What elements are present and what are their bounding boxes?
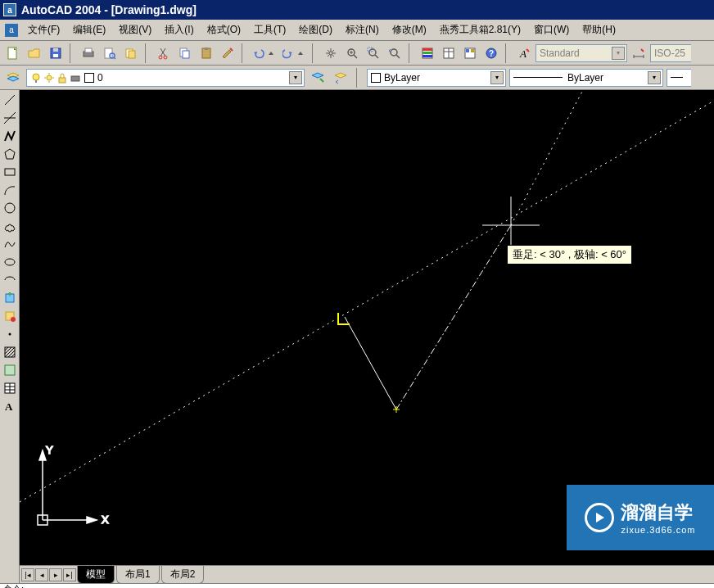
tab-prev-icon[interactable]: ◂ (35, 568, 48, 581)
tab-first-icon[interactable]: |◂ (21, 568, 34, 581)
chevron-down-icon: ▾ (612, 47, 625, 60)
svg-rect-69 (5, 365, 15, 375)
main-area: A (0, 90, 714, 583)
svg-point-62 (8, 333, 11, 336)
print-preview-icon[interactable] (100, 43, 120, 63)
menu-modify[interactable]: 修改(M) (386, 20, 433, 40)
svg-point-57 (5, 203, 15, 213)
table-icon[interactable] (2, 380, 18, 396)
tab-model[interactable]: 模型 (77, 566, 115, 584)
line-icon[interactable] (2, 92, 18, 108)
menu-tools[interactable]: 工具(T) (247, 20, 292, 40)
menu-yanxiu[interactable]: 燕秀工具箱2.81(Y) (433, 20, 527, 40)
tool-palettes-icon[interactable] (460, 43, 480, 63)
rectangle-icon[interactable] (2, 164, 18, 180)
menu-window[interactable]: 窗口(W) (527, 20, 576, 40)
redo-icon[interactable] (280, 43, 308, 63)
lineweight-control-dropdown[interactable] (667, 69, 691, 87)
point-icon[interactable] (2, 326, 18, 342)
undo-icon[interactable] (251, 43, 278, 63)
sun-freeze-icon (43, 72, 55, 84)
svg-line-52 (5, 95, 15, 105)
polyline-icon[interactable] (2, 128, 18, 144)
linetype-control-dropdown[interactable]: ByLayer ▾ (509, 69, 663, 87)
mtext-icon[interactable]: A (2, 398, 18, 414)
textstyle-dropdown[interactable]: Standard ▾ (536, 44, 627, 62)
revcloud-icon[interactable] (2, 218, 18, 234)
drawing-area-wrap: 垂足: < 30° , 极轴: < 60° Y X (20, 90, 714, 583)
window-title: AutoCAD 2004 - [Drawing1.dwg] (21, 3, 197, 16)
dimstyle-value: ISO-25 (654, 47, 685, 59)
new-icon[interactable] (3, 43, 23, 63)
ellipse-arc-icon[interactable] (2, 272, 18, 288)
menu-insert[interactable]: 插入(I) (158, 20, 200, 40)
svg-marker-90 (596, 513, 604, 522)
hatch-icon[interactable] (2, 344, 18, 360)
match-properties-icon[interactable] (218, 43, 237, 63)
linetype-preview (513, 77, 563, 78)
spline-icon[interactable] (2, 236, 18, 252)
menu-file[interactable]: 文件(F) (21, 20, 66, 40)
separator (409, 43, 413, 63)
svg-line-67 (8, 351, 15, 357)
color-control-dropdown[interactable]: ByLayer ▾ (367, 69, 506, 87)
layer-manager-icon[interactable] (3, 68, 23, 88)
svg-line-26 (396, 55, 400, 58)
properties-icon[interactable] (418, 43, 437, 63)
tab-layout1[interactable]: 布局1 (116, 566, 160, 584)
menu-edit[interactable]: 编辑(E) (66, 20, 112, 40)
help-icon[interactable]: ? (481, 43, 501, 63)
polygon-icon[interactable] (2, 146, 18, 162)
arc-icon[interactable] (2, 182, 18, 198)
menu-format[interactable]: 格式(O) (201, 20, 247, 40)
designcenter-icon[interactable] (439, 43, 459, 63)
publish-icon[interactable] (121, 43, 141, 63)
svg-rect-28 (423, 48, 432, 51)
textstyle-icon[interactable]: A (514, 43, 534, 63)
snap-tooltip: 垂足: < 30° , 极轴: < 60° (507, 245, 632, 265)
region-icon[interactable] (2, 362, 18, 378)
menu-draw[interactable]: 绘图(D) (292, 20, 339, 40)
tab-layout2[interactable]: 布局2 (161, 566, 205, 584)
menu-dimension[interactable]: 标注(N) (339, 20, 386, 40)
zoom-window-icon[interactable] (364, 43, 383, 63)
zoom-previous-icon[interactable] (385, 43, 404, 63)
drawing-canvas[interactable]: 垂足: < 30° , 极轴: < 60° Y X (20, 90, 714, 565)
pan-icon[interactable] (321, 43, 341, 63)
document-icon[interactable]: a (5, 24, 18, 37)
copy-icon[interactable] (175, 43, 195, 63)
layer-previous-icon[interactable] (331, 68, 350, 88)
make-block-icon[interactable] (2, 308, 18, 324)
paste-icon[interactable] (197, 43, 216, 63)
svg-point-61 (11, 317, 16, 322)
svg-rect-16 (205, 47, 208, 50)
svg-line-76 (511, 90, 583, 225)
tab-next-icon[interactable]: ▸ (49, 568, 62, 581)
cut-icon[interactable] (154, 43, 174, 63)
watermark-banner: 溜溜自学 zixue.3d66.com (567, 485, 714, 550)
menu-help[interactable]: 帮助(H) (576, 20, 622, 40)
command-line[interactable]: 命令: (0, 583, 714, 588)
svg-rect-2 (53, 54, 58, 57)
svg-rect-50 (59, 78, 66, 83)
svg-text:A: A (5, 400, 13, 413)
dimstyle-dropdown[interactable]: ISO-25 (650, 44, 691, 62)
print-icon[interactable] (79, 43, 98, 63)
svg-rect-10 (129, 51, 135, 58)
insert-block-icon[interactable] (2, 290, 18, 306)
open-icon[interactable] (25, 43, 44, 63)
lineweight-preview (671, 77, 683, 78)
layer-filter-icon[interactable] (308, 68, 328, 88)
zoom-realtime-icon[interactable] (342, 43, 362, 63)
circle-icon[interactable] (2, 200, 18, 216)
tab-last-icon[interactable]: ▸| (63, 568, 76, 581)
dimstyle-icon[interactable] (629, 43, 648, 63)
ellipse-icon[interactable] (2, 254, 18, 270)
construction-line-icon[interactable] (2, 110, 18, 126)
layer-dropdown[interactable]: 0 ▾ (26, 69, 305, 87)
title-bar: a AutoCAD 2004 - [Drawing1.dwg] (0, 0, 714, 20)
menu-view[interactable]: 视图(V) (112, 20, 158, 40)
save-icon[interactable] (46, 43, 66, 63)
svg-line-75 (20, 101, 714, 502)
svg-rect-14 (183, 51, 189, 58)
